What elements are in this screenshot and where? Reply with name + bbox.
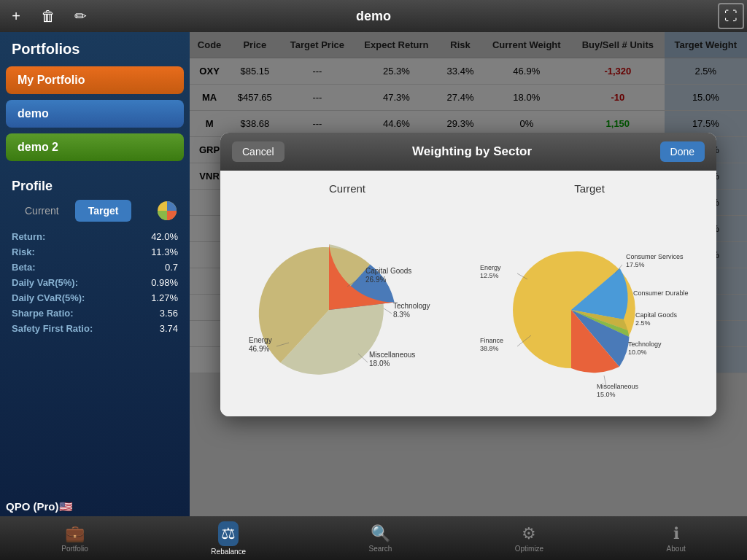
- svg-text:18.0%: 18.0%: [369, 359, 390, 368]
- profile-section: Profile Current Target Return: 42.0% Ris…: [0, 170, 190, 345]
- target-slice-finance-2: [513, 252, 571, 368]
- portfolio-item-demo2[interactable]: demo 2: [6, 133, 184, 161]
- modal-overlay: Cancel Weighting by Sector Done Current: [190, 32, 747, 516]
- tgt-label-consumer-services: Consumer Services: [626, 253, 684, 260]
- stat-return: Return: 42.0%: [12, 229, 178, 244]
- current-chart-label: Current: [329, 182, 365, 195]
- profile-pie-icon: [156, 200, 178, 222]
- target-chart-label: Target: [574, 182, 605, 195]
- tgt-label-capital-goods: Capital Goods: [635, 311, 678, 319]
- profile-tabs: Current Target: [12, 200, 178, 222]
- svg-text:2.5%: 2.5%: [635, 319, 651, 327]
- svg-text:8.3%: 8.3%: [393, 311, 410, 319]
- search-icon: 🔍: [371, 524, 390, 543]
- main-layout: Portfolios My Portfolio demo demo 2 Prof…: [0, 32, 747, 516]
- tgt-label-finance: Finance: [480, 337, 503, 344]
- portfolio-icon: 💼: [65, 524, 85, 543]
- label-capital-goods: Capital Goods: [365, 267, 411, 275]
- svg-text:38.8%: 38.8%: [480, 345, 499, 352]
- tab-target[interactable]: Target: [75, 200, 132, 222]
- content-area: Code Price Target Price Expect Return Ri…: [190, 32, 747, 516]
- stat-sharpe: Sharpe Ratio: 3.56: [12, 306, 178, 321]
- stat-cvar: Daily CVaR(5%): 1.27%: [12, 290, 178, 306]
- add-icon[interactable]: +: [0, 0, 32, 32]
- app-name: QPO (Pro)🇺🇸: [0, 497, 79, 516]
- tab-portfolio[interactable]: 💼 Portfolio: [47, 521, 103, 556]
- label-technology: Technology: [393, 302, 430, 310]
- modal-title: Weighting by Sector: [285, 144, 660, 159]
- stat-risk: Risk: 11.3%: [12, 244, 178, 260]
- top-bar: + 🗑 ✏ demo ⛶: [0, 0, 747, 32]
- tgt-label-miscellaneous: Miscellaneous: [597, 383, 639, 390]
- about-icon: ℹ: [673, 524, 679, 543]
- portfolio-item-my-portfolio[interactable]: My Portfolio: [6, 66, 184, 94]
- delete-icon[interactable]: 🗑: [32, 0, 64, 32]
- profile-header: Profile: [12, 179, 178, 194]
- svg-text:26.9%: 26.9%: [365, 276, 386, 284]
- portfolio-item-demo[interactable]: demo: [6, 100, 184, 128]
- svg-text:15.0%: 15.0%: [597, 391, 616, 398]
- modal-body: Current: [220, 171, 716, 416]
- stat-var: Daily VaR(5%): 0.98%: [12, 275, 178, 290]
- stat-safety: Safety First Ratio: 3.74: [12, 321, 178, 336]
- current-chart: Current: [232, 182, 462, 405]
- top-bar-title: demo: [356, 9, 391, 24]
- target-pie-chart: Energy 12.5% Consumer Services 17.5% Con…: [476, 201, 703, 405]
- tab-about[interactable]: ℹ About: [652, 521, 700, 556]
- tab-current[interactable]: Current: [12, 200, 72, 222]
- tab-rebalance[interactable]: ⚖ Rebalance: [196, 518, 260, 559]
- svg-text:10.0%: 10.0%: [628, 349, 647, 356]
- sidebar: Portfolios My Portfolio demo demo 2 Prof…: [0, 32, 190, 516]
- svg-line-4: [384, 308, 392, 314]
- tgt-label-consumer-durables: Consumer Durable: [633, 289, 689, 297]
- edit-icon[interactable]: ✏: [64, 0, 96, 32]
- optimize-icon: ⚙: [522, 524, 536, 543]
- modal-header: Cancel Weighting by Sector Done: [220, 133, 716, 171]
- label-energy: Energy: [249, 336, 272, 344]
- svg-text:12.5%: 12.5%: [480, 272, 499, 279]
- label-miscellaneous: Miscellaneous: [369, 351, 415, 359]
- target-chart: Target: [474, 182, 705, 405]
- top-bar-icons: + 🗑 ✏: [0, 0, 96, 32]
- modal-cancel-button[interactable]: Cancel: [232, 141, 285, 162]
- rebalance-icon: ⚖: [221, 524, 236, 542]
- fullscreen-icon[interactable]: ⛶: [718, 3, 744, 29]
- current-pie-chart: Capital Goods 26.9% Technology 8.3% Misc…: [234, 201, 460, 405]
- profile-stats: Return: 42.0% Risk: 11.3% Beta: 0.7 Dail…: [12, 229, 178, 336]
- tab-optimize[interactable]: ⚙ Optimize: [500, 521, 558, 556]
- portfolios-header: Portfolios: [0, 32, 190, 63]
- tab-search[interactable]: 🔍 Search: [355, 521, 407, 556]
- modal-dialog: Cancel Weighting by Sector Done Current: [220, 133, 716, 416]
- svg-text:17.5%: 17.5%: [626, 261, 645, 268]
- tgt-label-energy: Energy: [480, 264, 501, 271]
- bottom-bar: 💼 Portfolio ⚖ Rebalance 🔍 Search ⚙ Optim…: [0, 516, 747, 560]
- tgt-label-technology: Technology: [628, 341, 662, 348]
- modal-done-button[interactable]: Done: [660, 141, 705, 162]
- svg-text:46.9%: 46.9%: [249, 345, 269, 353]
- stat-beta: Beta: 0.7: [12, 260, 178, 275]
